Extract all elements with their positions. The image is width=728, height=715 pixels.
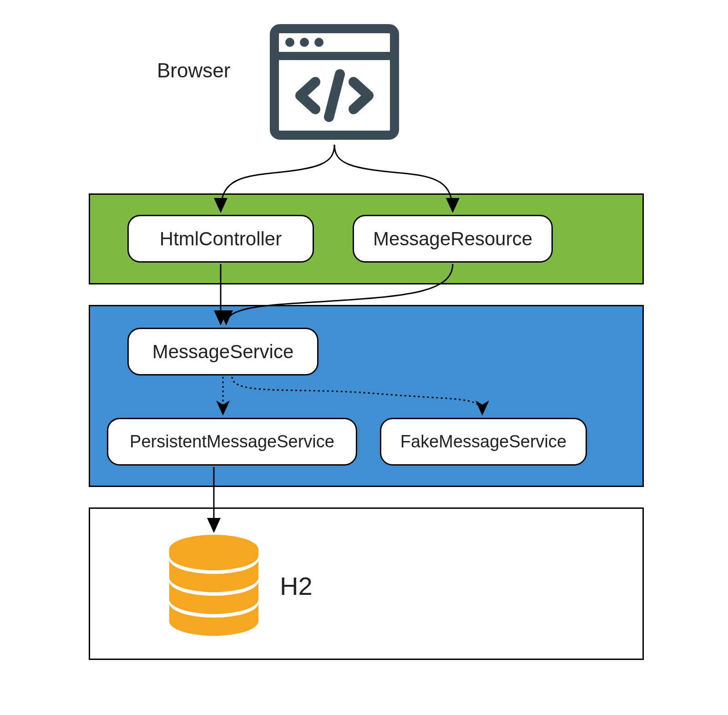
- message-resource-box: MessageResource: [353, 215, 553, 263]
- svg-point-17: [169, 535, 258, 564]
- svg-point-4: [314, 38, 324, 47]
- svg-point-3: [300, 38, 309, 47]
- message-service-box: MessageService: [127, 328, 318, 375]
- architecture-diagram: Browser HtmlController MessageResource M…: [0, 0, 728, 715]
- svg-line-5: [329, 74, 340, 117]
- browser-label: Browser: [157, 59, 230, 82]
- browser-icon: [266, 20, 403, 143]
- database-icon: [166, 535, 262, 637]
- html-controller-box: HtmlController: [127, 215, 314, 263]
- persistent-message-service-box: PersistentMessageService: [107, 418, 357, 466]
- svg-point-2: [285, 38, 294, 47]
- database-label: H2: [280, 571, 313, 601]
- fake-message-service-box: FakeMessageService: [380, 418, 587, 466]
